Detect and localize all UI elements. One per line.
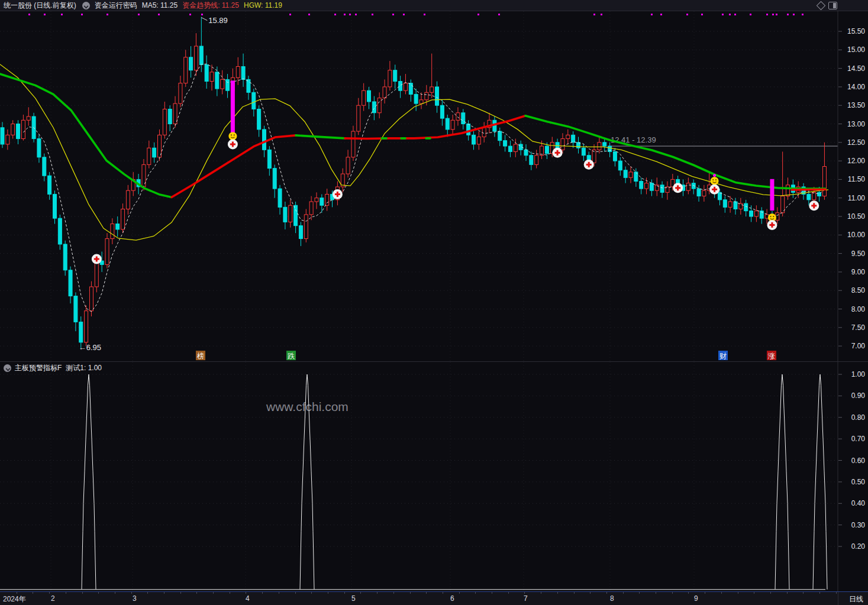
- candle: [257, 109, 261, 129]
- axis-tick: [213, 592, 214, 594]
- candle: [199, 46, 203, 64]
- plus-marker-icon: [584, 160, 594, 170]
- chevron-down-icon[interactable]: [4, 364, 11, 372]
- plus-marker-icon: [673, 183, 683, 193]
- candle: [6, 135, 9, 144]
- candle: [399, 82, 402, 91]
- axis-tick: [410, 592, 411, 594]
- candle: [247, 79, 250, 92]
- candle: [807, 194, 811, 199]
- price-axis-label: 8.00: [851, 305, 866, 313]
- plus-marker-icon: [767, 220, 777, 230]
- signal-dot: [750, 14, 751, 15]
- axis-tick: [672, 592, 673, 594]
- candle: [315, 198, 318, 202]
- axis-tick: [17, 592, 17, 594]
- candle: [598, 143, 601, 150]
- candle: [111, 224, 114, 239]
- value-axis-label: 0.30: [851, 521, 866, 529]
- axis-tick: [33, 592, 33, 594]
- axis-tick: [541, 592, 541, 594]
- candle: [74, 296, 78, 322]
- candle: [498, 131, 502, 141]
- indicator-chart-canvas[interactable]: 1.000.900.800.700.600.500.400.300.20www.…: [0, 361, 868, 592]
- candle: [53, 194, 57, 218]
- candle: [388, 70, 392, 87]
- signal-dot: [793, 14, 795, 15]
- plus-marker-icon: [333, 189, 343, 199]
- axis-tick: [147, 592, 148, 594]
- main-chart-canvas[interactable]: 15.5015.0014.5014.0013.5013.0012.5012.00…: [0, 11, 868, 361]
- app-window: 统一股份 (日线.前复权) 资金运行密码 MA5: 11.25 资金趋势线: 1…: [0, 0, 868, 605]
- candle: [561, 139, 564, 150]
- signal-dot: [289, 14, 291, 15]
- chevron-down-icon[interactable]: [82, 2, 90, 9]
- signal-dot: [802, 14, 804, 15]
- candle: [530, 156, 533, 165]
- candle: [163, 109, 166, 135]
- axis-tick: [557, 592, 558, 594]
- trend-line-value: 资金趋势线: 11.25: [182, 1, 239, 11]
- signal-dot: [61, 14, 63, 15]
- axis-tick: [82, 592, 83, 594]
- candle: [650, 183, 653, 191]
- candle: [221, 79, 224, 89]
- diamond-icon[interactable]: [817, 1, 826, 11]
- candle: [377, 98, 381, 113]
- candle: [194, 46, 198, 70]
- axis-tick: [344, 592, 345, 594]
- main-indicator-name: 资金运行密码: [95, 1, 137, 11]
- candle: [325, 194, 329, 205]
- plus-marker-icon: [709, 185, 719, 195]
- candle: [702, 190, 706, 196]
- candle: [462, 113, 465, 124]
- axis-tick: [770, 592, 771, 594]
- axis-tick: [393, 592, 394, 594]
- price-axis-label: 13.00: [847, 120, 865, 128]
- value-axis-label: 0.50: [851, 478, 866, 486]
- value-axis-label: 0.40: [851, 499, 866, 507]
- panel-layout-icon[interactable]: [828, 2, 837, 9]
- candle: [252, 92, 256, 109]
- signal-dot: [189, 14, 191, 15]
- candle: [477, 137, 480, 144]
- candle: [456, 113, 460, 121]
- axis-tick: [196, 592, 197, 594]
- value-axis-label: 1.00: [851, 370, 866, 378]
- candle: [351, 131, 355, 157]
- signal-dot: [334, 14, 336, 15]
- stock-title: 统一股份 (日线.前复权): [4, 1, 76, 11]
- candle: [168, 109, 172, 124]
- period-selector[interactable]: 日线: [849, 594, 863, 604]
- candle: [367, 90, 371, 102]
- smiley-marker-icon: [711, 177, 719, 185]
- axis-tick: [508, 592, 509, 594]
- candle: [640, 182, 643, 189]
- candle: [278, 189, 282, 207]
- signal-dot: [787, 14, 789, 15]
- signal-dot: [722, 14, 724, 15]
- axis-month-label: 9: [694, 594, 698, 603]
- axis-tick: [49, 592, 50, 594]
- candle: [236, 66, 240, 77]
- price-axis-label: 10.00: [847, 231, 865, 239]
- time-axis: 日线 2024年23456789: [0, 591, 868, 605]
- smiley-marker-icon: [228, 132, 237, 140]
- price-axis-label: 11.00: [848, 194, 865, 202]
- axis-month-label: 5: [351, 594, 356, 603]
- candle: [11, 124, 15, 135]
- candle: [362, 90, 366, 105]
- axis-tick: [492, 592, 492, 594]
- candle: [750, 211, 753, 216]
- sub-indicator-header: 主板预警指标F 测试1: 1.00: [0, 363, 102, 373]
- price-axis-label: 14.00: [847, 83, 865, 91]
- signal-dot: [372, 14, 373, 15]
- axis-tick: [66, 592, 66, 594]
- axis-tick: [721, 592, 722, 594]
- candle: [43, 157, 46, 176]
- axis-tick: [115, 592, 115, 594]
- price-axis-label: 15.50: [847, 27, 865, 35]
- candle: [425, 92, 428, 100]
- axis-tick: [180, 592, 181, 594]
- value-axis-label: 0.60: [851, 457, 866, 465]
